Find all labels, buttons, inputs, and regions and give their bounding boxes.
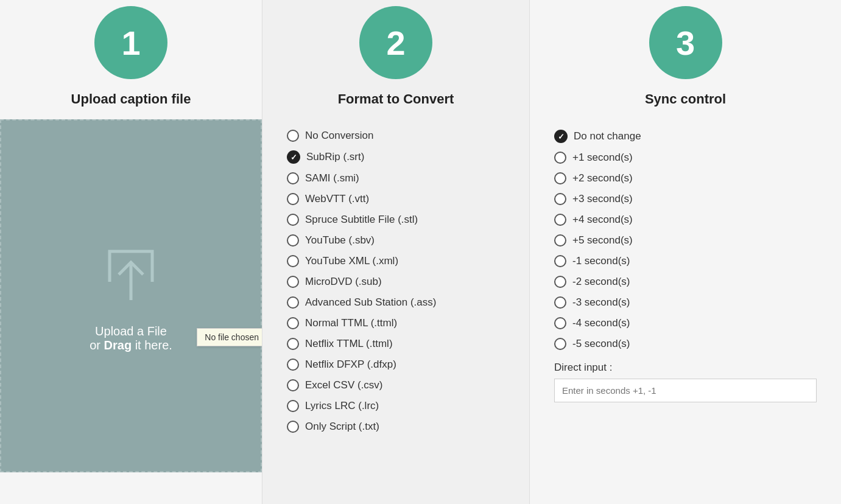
format-label-9: Normal TTML (.ttml)	[305, 317, 397, 329]
no-file-tooltip: No file chosen	[197, 328, 267, 346]
sync-radio-1	[554, 152, 566, 164]
sync-radio-5	[554, 234, 566, 247]
format-label-12: Excel CSV (.csv)	[305, 379, 383, 391]
format-label-8: Advanced Sub Station (.ass)	[305, 296, 436, 309]
sync-check-icon-0	[554, 130, 568, 143]
step2-circle: 2	[359, 6, 432, 79]
format-label-6: YouTube XML (.xml)	[305, 255, 398, 267]
sync-option-8[interactable]: -3 second(s)	[554, 292, 817, 313]
format-option-12[interactable]: Excel CSV (.csv)	[287, 375, 505, 396]
sync-option-1[interactable]: +1 second(s)	[554, 147, 817, 168]
direct-input-field[interactable]	[554, 379, 817, 402]
sync-label-0: Do not change	[574, 130, 641, 142]
format-label-5: YouTube (.sbv)	[305, 234, 375, 247]
format-radio-9	[287, 317, 299, 329]
step1-circle-wrapper: 1	[94, 0, 167, 85]
format-radio-3	[287, 193, 299, 205]
sync-radio-4	[554, 214, 566, 226]
format-option-8[interactable]: Advanced Sub Station (.ass)	[287, 292, 505, 313]
step2-title: Format to Convert	[326, 85, 466, 119]
format-option-7[interactable]: MicroDVD (.sub)	[287, 271, 505, 292]
format-label-1: SubRip (.srt)	[306, 151, 364, 163]
format-radio-5	[287, 234, 299, 247]
format-label-14: Only Script (.txt)	[305, 421, 379, 433]
format-option-5[interactable]: YouTube (.sbv)	[287, 230, 505, 251]
step1-number: 1	[121, 23, 140, 63]
format-radio-7	[287, 276, 299, 288]
sync-label-4: +4 second(s)	[572, 214, 633, 226]
sync-option-5[interactable]: +5 second(s)	[554, 230, 817, 251]
upload-text-line1: Upload a File	[95, 324, 167, 338]
sync-radio-8	[554, 296, 566, 309]
format-radio-2	[287, 172, 299, 184]
format-label-13: Lyrics LRC (.lrc)	[305, 400, 379, 412]
sync-content: Do not change+1 second(s)+2 second(s)+3 …	[530, 119, 841, 415]
step1-circle: 1	[94, 6, 167, 79]
sync-radio-3	[554, 193, 566, 205]
format-label-4: Spruce Subtitle File (.stl)	[305, 214, 418, 226]
format-option-6[interactable]: YouTube XML (.xml)	[287, 251, 505, 271]
upload-icon	[91, 239, 171, 312]
sync-option-10[interactable]: -5 second(s)	[554, 334, 817, 354]
page-wrapper: 1 Upload caption file Upload a File or D…	[0, 0, 841, 504]
sync-radio-7	[554, 276, 566, 288]
step2-circle-wrapper: 2	[359, 0, 432, 85]
format-radio-8	[287, 296, 299, 309]
format-label-0: No Conversion	[305, 130, 373, 142]
step3-circle: 3	[649, 6, 722, 79]
format-check-icon-1	[287, 150, 300, 164]
step3-number: 3	[676, 23, 695, 63]
format-option-3[interactable]: WebVTT (.vtt)	[287, 189, 505, 209]
format-radio-11	[287, 359, 299, 371]
upload-dropzone[interactable]: Upload a File or Drag it here. No file c…	[0, 119, 262, 472]
sync-label-5: +5 second(s)	[572, 234, 633, 247]
step3-title: Sync control	[633, 85, 738, 119]
format-option-4[interactable]: Spruce Subtitle File (.stl)	[287, 209, 505, 230]
sync-option-4[interactable]: +4 second(s)	[554, 209, 817, 230]
format-radio-12	[287, 379, 299, 391]
format-label-3: WebVTT (.vtt)	[305, 193, 369, 205]
format-radio-6	[287, 255, 299, 267]
format-label-2: SAMI (.smi)	[305, 172, 359, 184]
sync-label-2: +2 second(s)	[572, 172, 633, 184]
sync-list: Do not change+1 second(s)+2 second(s)+3 …	[554, 125, 817, 354]
sync-option-3[interactable]: +3 second(s)	[554, 189, 817, 209]
step2-number: 2	[386, 23, 405, 63]
format-option-14[interactable]: Only Script (.txt)	[287, 416, 505, 437]
sync-option-0[interactable]: Do not change	[554, 125, 817, 147]
sync-option-6[interactable]: -1 second(s)	[554, 251, 817, 271]
format-content: No ConversionSubRip (.srt)SAMI (.smi)Web…	[262, 119, 529, 449]
format-option-11[interactable]: Netflix DFXP (.dfxp)	[287, 354, 505, 375]
format-radio-10	[287, 338, 299, 350]
format-option-13[interactable]: Lyrics LRC (.lrc)	[287, 396, 505, 416]
upload-text-suffix: it here.	[132, 338, 172, 352]
sync-option-9[interactable]: -4 second(s)	[554, 313, 817, 334]
format-option-9[interactable]: Normal TTML (.ttml)	[287, 313, 505, 334]
sync-option-7[interactable]: -2 second(s)	[554, 271, 817, 292]
sync-label-8: -3 second(s)	[572, 296, 630, 309]
format-radio-4	[287, 214, 299, 226]
format-option-2[interactable]: SAMI (.smi)	[287, 168, 505, 189]
sync-label-7: -2 second(s)	[572, 276, 630, 288]
upload-text-or: or	[90, 338, 104, 352]
sync-radio-9	[554, 317, 566, 329]
format-label-7: MicroDVD (.sub)	[305, 276, 382, 288]
format-label-11: Netflix DFXP (.dfxp)	[305, 359, 396, 371]
format-option-10[interactable]: Netflix TTML (.ttml)	[287, 334, 505, 354]
sync-label-10: -5 second(s)	[572, 338, 630, 350]
step2-column: 2 Format to Convert No ConversionSubRip …	[262, 0, 530, 504]
step1-column: 1 Upload caption file Upload a File or D…	[0, 0, 262, 504]
sync-radio-2	[554, 172, 566, 184]
step1-title: Upload caption file	[59, 85, 203, 119]
format-radio-0	[287, 130, 299, 142]
format-radio-14	[287, 421, 299, 433]
sync-label-1: +1 second(s)	[572, 152, 633, 164]
format-option-1[interactable]: SubRip (.srt)	[287, 146, 505, 168]
format-option-0[interactable]: No Conversion	[287, 125, 505, 146]
sync-label-6: -1 second(s)	[572, 255, 630, 267]
step3-column: 3 Sync control Do not change+1 second(s)…	[530, 0, 841, 504]
sync-radio-10	[554, 338, 566, 350]
format-radio-13	[287, 400, 299, 412]
step3-circle-wrapper: 3	[649, 0, 722, 85]
sync-option-2[interactable]: +2 second(s)	[554, 168, 817, 189]
